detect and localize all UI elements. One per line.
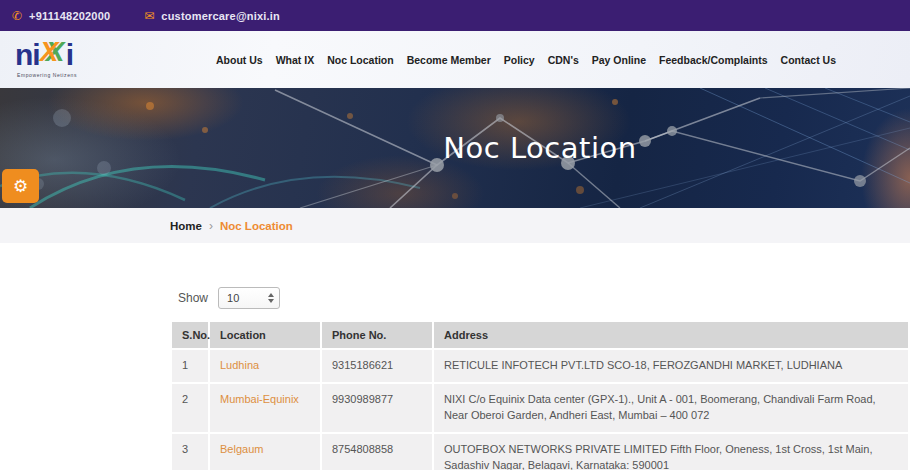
row1-phone: 9315186621 <box>322 350 432 382</box>
nav-item-policy[interactable]: Policy <box>504 54 535 66</box>
settings-button[interactable]: ⚙ <box>2 169 39 203</box>
phone-number: +911148202000 <box>29 10 110 22</box>
row3-sno: 3 <box>172 434 208 470</box>
logo-x-mark: X X <box>40 40 66 70</box>
column-header-phone: Phone No. <box>322 322 432 348</box>
column-header-address: Address <box>434 322 908 348</box>
nav-item-what-ix[interactable]: What IX <box>276 54 315 66</box>
hero-banner: Noc Location <box>0 88 910 208</box>
nav-item-cdns[interactable]: CDN's <box>548 54 579 66</box>
phone-link[interactable]: ✆ +911148202000 <box>12 10 110 22</box>
logo-text-i: i <box>66 40 73 70</box>
row3-location-link[interactable]: Belgaum <box>210 434 320 470</box>
spinner-arrows-icon <box>268 293 274 303</box>
column-header-location: Location <box>210 322 320 348</box>
breadcrumb-current: Noc Location <box>220 220 293 232</box>
email-link[interactable]: ✉ customercare@nixi.in <box>144 10 280 22</box>
page-size-select[interactable]: 10 <box>218 287 280 309</box>
envelope-icon: ✉ <box>144 10 154 22</box>
row1-address: RETICULE INFOTECH PVT.LTD SCO-18, FEROZG… <box>434 350 908 382</box>
logo-tagline: Empowering Netizens <box>15 73 77 78</box>
row2-sno: 2 <box>172 384 208 432</box>
breadcrumb-separator: › <box>209 219 213 233</box>
row2-phone: 9930989877 <box>322 384 432 432</box>
page-size-control: Show 10 <box>178 287 280 309</box>
nav-item-noc-location[interactable]: Noc Location <box>327 54 394 66</box>
nav-item-become-member[interactable]: Become Member <box>407 54 491 66</box>
nav-item-about-us[interactable]: About Us <box>216 54 263 66</box>
top-contact-bar: ✆ +911148202000 ✉ customercare@nixi.in <box>0 0 910 31</box>
breadcrumb: Home › Noc Location <box>0 208 910 243</box>
page-title: Noc Location <box>443 131 636 165</box>
column-header-sno: S.No. <box>172 322 208 348</box>
row2-address: NIXI C/o Equinix Data center (GPX-1)., U… <box>434 384 908 432</box>
row3-address: OUTOFBOX NETWORKS PRIVATE LIMITED Fifth … <box>434 434 908 470</box>
show-label: Show <box>178 291 208 305</box>
noc-locations-table: S.No. Location Phone No. Address 1 Ludhi… <box>172 322 908 470</box>
nav-menu: About Us What IX Noc Location Become Mem… <box>216 31 836 88</box>
nixi-logo[interactable]: ni X X i Empowering Netizens <box>15 40 77 78</box>
row2-location-link[interactable]: Mumbai-Equinix <box>210 384 320 432</box>
row3-phone: 8754808858 <box>322 434 432 470</box>
phone-icon: ✆ <box>12 10 22 22</box>
logo-text-ni: ni <box>15 40 40 70</box>
gear-icon: ⚙ <box>13 178 28 195</box>
row1-sno: 1 <box>172 350 208 382</box>
nav-item-pay-online[interactable]: Pay Online <box>592 54 646 66</box>
row1-location-link[interactable]: Ludhina <box>210 350 320 382</box>
page-size-value: 10 <box>227 292 239 304</box>
breadcrumb-home-link[interactable]: Home <box>170 220 202 232</box>
nav-item-contact-us[interactable]: Contact Us <box>781 54 836 66</box>
main-navbar: ni X X i Empowering Netizens About Us Wh… <box>0 31 910 88</box>
nav-item-feedback-complaints[interactable]: Feedback/Complaints <box>659 54 768 66</box>
email-address: customercare@nixi.in <box>161 10 280 22</box>
